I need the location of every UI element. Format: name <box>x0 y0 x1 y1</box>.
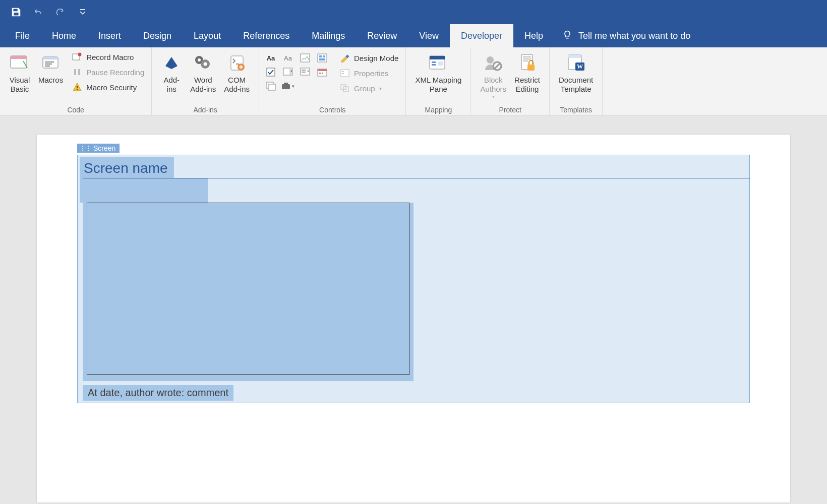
tab-insert[interactable]: Insert <box>87 24 132 47</box>
redo-button[interactable] <box>54 6 67 18</box>
svg-rect-42 <box>342 73 344 74</box>
title-bar <box>0 0 827 24</box>
undo-button[interactable] <box>32 6 44 18</box>
record-macro-button[interactable]: Record Macro <box>70 50 146 64</box>
svg-point-50 <box>487 56 494 64</box>
design-mode-button[interactable]: Design Mode <box>338 51 400 65</box>
tab-help[interactable]: Help <box>513 24 554 47</box>
svg-rect-30 <box>302 72 306 73</box>
group-code: Visual Basic Macros Record Macro <box>0 47 152 115</box>
properties-button: Properties <box>338 67 400 80</box>
visual-basic-icon <box>9 52 30 74</box>
svg-point-16 <box>198 58 201 61</box>
svg-rect-11 <box>78 69 80 75</box>
svg-rect-37 <box>282 84 290 89</box>
tab-file[interactable]: File <box>4 24 41 47</box>
group-mapping: XML Mapping Pane Mapping <box>406 47 471 115</box>
svg-rect-10 <box>74 69 76 75</box>
combobox-control-icon[interactable] <box>281 67 294 78</box>
content-control-container[interactable]: Screen name At date, author wrote: comme… <box>77 155 750 403</box>
svg-rect-47 <box>432 61 436 63</box>
restrict-editing-button[interactable]: Restrict Editing <box>510 50 544 102</box>
tell-me-label: Tell me what you want to do <box>578 31 690 41</box>
svg-rect-2 <box>11 56 27 59</box>
svg-rect-34 <box>322 73 323 74</box>
visual-basic-button[interactable]: Visual Basic <box>5 50 34 102</box>
macro-security-button[interactable]: Macro Security <box>70 81 146 94</box>
chevron-down-icon: ▾ <box>379 86 382 91</box>
save-button[interactable] <box>10 6 22 18</box>
repeating-section-control-icon[interactable] <box>264 81 277 92</box>
macros-icon <box>40 52 62 74</box>
svg-rect-46 <box>430 56 445 59</box>
legacy-tools-icon[interactable]: ▾ <box>281 81 294 92</box>
word-addins-icon <box>193 52 214 74</box>
image-placeholder[interactable] <box>87 203 409 375</box>
svg-rect-56 <box>523 60 528 61</box>
com-addins-button[interactable]: COM Add-ins <box>220 50 254 102</box>
svg-rect-7 <box>45 66 50 67</box>
svg-rect-32 <box>318 69 327 71</box>
lightbulb-icon <box>562 29 572 43</box>
grip-icon: ⋮⋮ <box>79 144 91 152</box>
svg-rect-6 <box>45 64 52 65</box>
document-area: ⋮⋮ Screen Screen name At date, author wr… <box>0 115 827 502</box>
group-controls: Aa Aa ▾ Design <box>259 47 406 115</box>
title-placeholder[interactable]: Screen name <box>80 157 174 179</box>
tab-review[interactable]: Review <box>356 24 408 47</box>
restrict-editing-icon <box>517 52 538 74</box>
word-addins-button[interactable]: Word Add-ins <box>186 50 220 102</box>
content-control-tag[interactable]: ⋮⋮ Screen <box>77 144 120 153</box>
block-authors-icon <box>483 52 504 74</box>
building-block-control-icon[interactable] <box>316 52 329 64</box>
plain-text-control-icon[interactable]: Aa <box>281 52 294 64</box>
svg-rect-27 <box>289 68 292 75</box>
svg-rect-33 <box>319 73 321 74</box>
svg-rect-36 <box>268 84 275 90</box>
document-template-icon: W <box>565 52 586 74</box>
svg-point-9 <box>78 53 82 56</box>
svg-rect-57 <box>527 65 535 71</box>
tab-design[interactable]: Design <box>132 24 183 47</box>
group-templates-label: Templates <box>560 105 592 114</box>
record-macro-icon <box>72 52 82 62</box>
xml-mapping-button[interactable]: XML Mapping Pane <box>411 50 465 102</box>
tab-home[interactable]: Home <box>41 24 87 47</box>
caption-placeholder[interactable]: At date, author wrote: comment <box>83 385 233 401</box>
group-protect-label: Protect <box>499 105 521 114</box>
tab-layout[interactable]: Layout <box>183 24 232 47</box>
svg-rect-12 <box>77 86 78 88</box>
group-addins-label: Add-ins <box>193 105 217 114</box>
tab-mailings[interactable]: Mailings <box>301 24 356 47</box>
addins-icon <box>161 52 182 74</box>
xml-mapping-icon <box>428 52 449 74</box>
svg-rect-55 <box>523 58 531 59</box>
addins-button[interactable]: Add- ins <box>157 50 186 102</box>
macros-button[interactable]: Macros <box>34 50 67 102</box>
svg-rect-20 <box>301 54 310 62</box>
picture-control-icon[interactable] <box>299 52 312 64</box>
properties-icon <box>340 68 350 78</box>
date-picker-control-icon[interactable] <box>316 67 329 78</box>
tell-me-search[interactable]: Tell me what you want to do <box>554 24 690 47</box>
svg-rect-38 <box>284 83 288 85</box>
block-authors-button: Block Authors▾ <box>476 50 510 102</box>
pause-icon <box>72 67 82 77</box>
svg-rect-48 <box>432 64 436 66</box>
svg-point-17 <box>203 62 207 66</box>
ribbon-tabs: File Home Insert Design Layout Reference… <box>0 24 827 47</box>
document-template-button[interactable]: W Document Template <box>555 50 597 102</box>
tab-view[interactable]: View <box>408 24 450 47</box>
qat-customize[interactable] <box>77 6 89 18</box>
svg-rect-13 <box>77 89 78 90</box>
rich-text-control-icon[interactable]: Aa <box>264 52 277 64</box>
group-protect: Block Authors▾ Restrict Editing Protect <box>471 47 550 115</box>
dropdown-control-icon[interactable] <box>299 67 312 78</box>
tab-references[interactable]: References <box>232 24 301 47</box>
tab-developer[interactable]: Developer <box>450 24 513 47</box>
document-page[interactable]: ⋮⋮ Screen Screen name At date, author wr… <box>37 135 790 502</box>
group-addins: Add- ins Word Add-ins COM Add-ins Add-in… <box>152 47 259 115</box>
checkbox-control-icon[interactable] <box>264 67 277 78</box>
svg-line-52 <box>494 63 500 69</box>
chevron-down-icon: ▾ <box>492 94 495 100</box>
